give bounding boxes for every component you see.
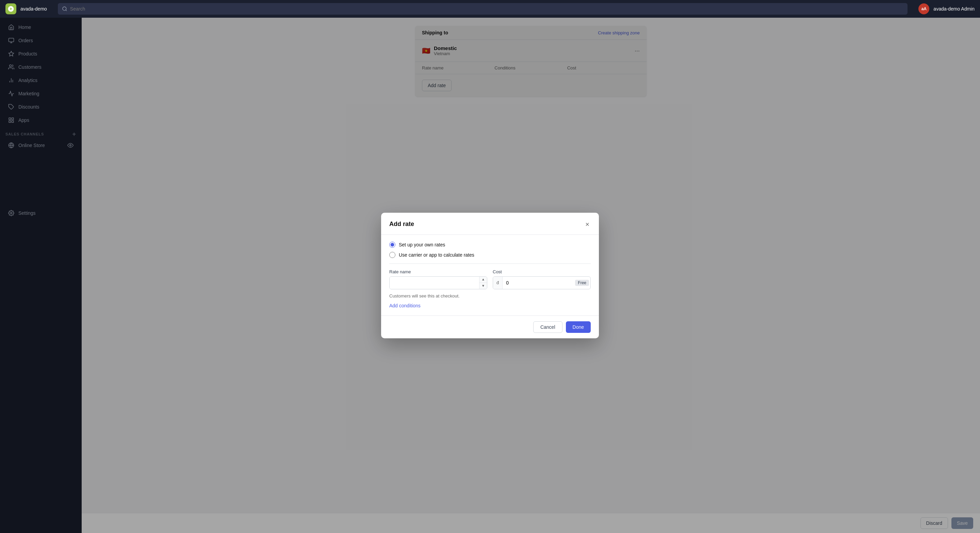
modal-overlay: Add rate × Set up your own rates Use car… [82,18,980,533]
user-name: avada-demo Admin [933,6,975,11]
form-row: Rate name ▲ ▼ Cost [389,269,591,289]
radio-carrier-input[interactable] [389,252,395,258]
add-conditions-button[interactable]: Add conditions [389,303,421,309]
modal-footer: Cancel Done [381,315,599,338]
divider [389,263,591,264]
search-icon [62,6,67,11]
app-logo [5,3,16,14]
spinner-down[interactable]: ▼ [479,283,487,289]
store-name: avada-demo [21,6,47,11]
search-bar[interactable] [58,3,908,14]
currency-symbol: đ [493,277,503,289]
svg-point-0 [63,7,66,11]
avatar: aA [918,3,929,14]
cancel-button[interactable]: Cancel [533,321,563,333]
main-layout: Home Orders Products Customers Analytics… [0,18,980,533]
rate-name-wrapper: ▲ ▼ [389,276,487,289]
rate-name-group: Rate name ▲ ▼ [389,269,487,289]
radio-carrier-label: Use carrier or app to calculate rates [399,252,474,258]
radio-carrier[interactable]: Use carrier or app to calculate rates [389,252,591,258]
radio-own-rates-label: Set up your own rates [399,242,445,247]
rate-name-input[interactable] [390,277,479,289]
radio-own-rates[interactable]: Set up your own rates [389,242,591,248]
add-rate-modal: Add rate × Set up your own rates Use car… [381,213,599,338]
rate-name-spinner: ▲ ▼ [479,277,487,289]
modal-title: Add rate [389,221,414,228]
done-button[interactable]: Done [566,321,591,333]
cost-group: Cost đ Free [493,269,591,289]
free-badge: Free [575,280,589,286]
content-area: Shipping to Create shipping zone 🇻🇳 Dome… [82,18,980,533]
rate-name-label: Rate name [389,269,487,274]
cost-input[interactable] [503,277,574,289]
cost-label: Cost [493,269,591,274]
modal-body: Set up your own rates Use carrier or app… [381,235,599,315]
modal-header: Add rate × [381,213,599,235]
top-nav: avada-demo aA avada-demo Admin [0,0,980,18]
checkout-hint: Customers will see this at checkout. [389,293,591,299]
radio-own-rates-input[interactable] [389,242,395,248]
cost-input-wrapper: đ Free [493,276,591,289]
spinner-up[interactable]: ▲ [479,277,487,283]
search-input[interactable] [70,6,904,11]
modal-close-button[interactable]: × [584,220,591,229]
